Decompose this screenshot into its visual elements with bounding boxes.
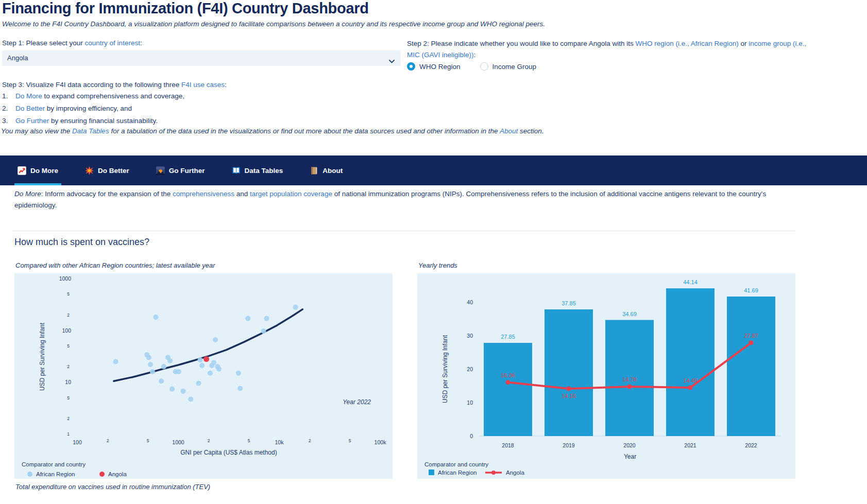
step2-label: Step 2: Please indicate whether you woul… bbox=[407, 38, 809, 61]
x-axis-label: Year bbox=[624, 453, 636, 460]
svg-text:100: 100 bbox=[62, 327, 71, 334]
list-item: 1. Do More to expand comprehensiveness a… bbox=[2, 93, 184, 100]
svg-text:10: 10 bbox=[467, 399, 473, 406]
svg-text:1: 1 bbox=[67, 431, 70, 437]
step1-label: Step 1: Please select your country of in… bbox=[2, 39, 142, 47]
radio-who-region-label: WHO Region bbox=[419, 63, 461, 71]
list-text: Go Further by ensuring financial sustain… bbox=[15, 117, 158, 125]
comparator-points bbox=[113, 305, 298, 402]
x-axis-label: GNI per Capita (US$ Atlas method) bbox=[180, 449, 277, 456]
svg-text:African Region: African Region bbox=[36, 471, 75, 477]
tab-about[interactable]: About bbox=[307, 155, 346, 185]
list-text: Do Better by improving efficiency, and bbox=[15, 105, 132, 112]
step2-radio-group: WHO Region Income Group bbox=[407, 62, 536, 71]
list-number: 3. bbox=[2, 117, 15, 125]
legend: Comparator and countryAfrican RegionAngo… bbox=[424, 461, 524, 476]
svg-text:2022: 2022 bbox=[745, 442, 757, 448]
list-number: 1. bbox=[2, 93, 15, 100]
legend: Comparator and countryAfrican RegionAngo… bbox=[22, 461, 127, 477]
svg-text:2018: 2018 bbox=[502, 442, 514, 448]
tab-go-further[interactable]: Go Further bbox=[153, 155, 208, 185]
svg-text:African Region: African Region bbox=[438, 470, 477, 476]
do-more-intro: Do More: Inform advocacy for the expansi… bbox=[14, 188, 788, 211]
y-axis: 010203040 bbox=[467, 299, 473, 439]
list-item: 2. Do Better by improving efficiency, an… bbox=[2, 105, 184, 112]
svg-text:14.78: 14.78 bbox=[622, 376, 637, 383]
bar-chart-caption: Yearly trends bbox=[418, 262, 457, 269]
svg-text:37.85: 37.85 bbox=[562, 300, 576, 306]
svg-text:2: 2 bbox=[309, 438, 311, 443]
open-book-icon bbox=[232, 166, 241, 175]
svg-text:27.87: 27.87 bbox=[744, 333, 758, 339]
svg-text:14.48: 14.48 bbox=[683, 377, 698, 384]
svg-text:14.16: 14.16 bbox=[562, 393, 576, 399]
radio-income-group[interactable]: Income Group bbox=[480, 62, 537, 71]
list-number: 2. bbox=[2, 105, 15, 112]
scatter-chart: 10005210052105211002510002510k25100kGNI … bbox=[14, 273, 393, 479]
svg-text:27.85: 27.85 bbox=[501, 334, 515, 340]
closed-book-icon bbox=[310, 166, 318, 175]
svg-text:1000: 1000 bbox=[172, 439, 184, 445]
chart-increasing-icon bbox=[18, 166, 26, 175]
svg-text:5: 5 bbox=[67, 291, 70, 297]
svg-text:5: 5 bbox=[67, 395, 70, 401]
page-note: You may also view the Data Tables for a … bbox=[1, 127, 543, 135]
x-axis: 20182019202020212022 bbox=[502, 442, 757, 448]
tab-label: Go Further bbox=[169, 167, 205, 175]
svg-text:Angola: Angola bbox=[108, 471, 127, 477]
svg-text:0: 0 bbox=[470, 433, 473, 439]
svg-text:16.06: 16.06 bbox=[501, 372, 515, 378]
tab-data-tables[interactable]: Data Tables bbox=[229, 155, 286, 185]
angola-point bbox=[203, 356, 209, 362]
svg-text:5: 5 bbox=[248, 438, 250, 443]
svg-text:2: 2 bbox=[67, 364, 70, 369]
svg-text:Angola: Angola bbox=[506, 470, 524, 476]
y-axis-label: USD per Surviving Infant bbox=[441, 335, 449, 403]
svg-text:40: 40 bbox=[467, 299, 473, 305]
tab-label: Data Tables bbox=[245, 167, 283, 175]
country-select-value: Angola bbox=[7, 50, 28, 66]
y-axis-label: USD per Surviving Infant bbox=[39, 322, 46, 391]
page-subtitle: Welcome to the F4I Country Dashboard, a … bbox=[2, 20, 545, 28]
tab-do-better[interactable]: Do Better bbox=[82, 155, 132, 185]
list-text: Do More to expand comprehensiveness and … bbox=[15, 93, 184, 100]
tab-do-more[interactable]: Do More bbox=[14, 155, 61, 185]
y-axis: 1000521005210521 bbox=[59, 275, 72, 437]
country-select[interactable]: Angola bbox=[2, 50, 401, 66]
list-item: 3. Go Further by ensuring financial sust… bbox=[2, 117, 184, 125]
chart-footnote: Total expenditure on vaccines used in ro… bbox=[15, 483, 210, 491]
svg-text:100: 100 bbox=[73, 439, 82, 445]
svg-text:30: 30 bbox=[467, 333, 473, 339]
svg-text:10: 10 bbox=[65, 379, 71, 385]
section-heading: How much is spent on vaccines? bbox=[14, 237, 149, 248]
svg-text:5: 5 bbox=[67, 343, 70, 349]
step3-label: Step 3: Visualize F4I data according to … bbox=[2, 81, 227, 89]
tab-label: Do Better bbox=[98, 167, 129, 175]
tab-label: Do More bbox=[30, 167, 58, 175]
trend-line bbox=[114, 309, 302, 381]
sunrise-icon bbox=[156, 166, 165, 175]
svg-text:20: 20 bbox=[467, 366, 473, 372]
step3-list: 1. Do More to expand comprehensiveness a… bbox=[2, 93, 184, 130]
radio-button-icon[interactable] bbox=[480, 62, 488, 71]
radio-button-icon[interactable] bbox=[407, 62, 415, 71]
navbar: Do More Do Better Go Further Data Tables… bbox=[0, 155, 867, 185]
svg-text:2: 2 bbox=[208, 438, 210, 443]
collision-icon bbox=[85, 166, 94, 175]
radio-who-region[interactable]: WHO Region bbox=[407, 62, 461, 71]
tab-label: About bbox=[322, 167, 343, 175]
svg-text:10k: 10k bbox=[275, 439, 284, 445]
scatter-chart-caption: Compared with other African Region count… bbox=[15, 262, 215, 269]
svg-text:1000: 1000 bbox=[59, 275, 72, 282]
svg-text:100k: 100k bbox=[375, 439, 387, 445]
svg-text:5: 5 bbox=[349, 438, 351, 443]
svg-text:44.14: 44.14 bbox=[683, 279, 698, 285]
chevron-down-icon bbox=[389, 56, 395, 65]
section-divider bbox=[12, 231, 795, 231]
svg-text:2: 2 bbox=[67, 416, 70, 421]
year-annotation: Year 2022 bbox=[343, 398, 371, 406]
svg-text:2: 2 bbox=[107, 438, 109, 443]
bar-chart: 01020304027.8537.8534.6944.1441.6916.061… bbox=[417, 273, 795, 479]
svg-text:5: 5 bbox=[147, 438, 149, 443]
x-axis: 1002510002510k25100k bbox=[73, 438, 386, 445]
